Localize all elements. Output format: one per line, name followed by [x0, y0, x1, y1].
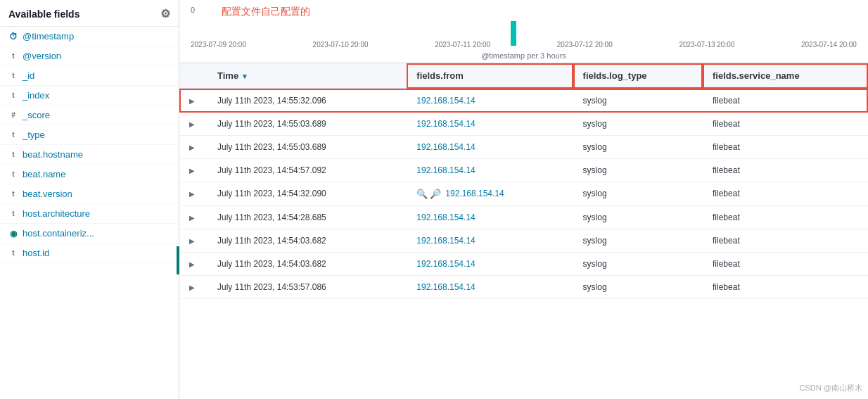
sidebar-field-item[interactable]: t_type: [0, 125, 179, 145]
field-name-label: @timestamp: [23, 31, 74, 42]
time-cell: July 11th 2023, 14:54:32.090: [208, 182, 407, 206]
field-name-label: _type: [23, 129, 45, 140]
chart-sub-label: @timestamp per 3 hours: [179, 51, 868, 60]
annotation-text: 配置文件自己配置的: [222, 6, 310, 18]
sidebar: Available fields ⚙ ⏱@timestampt@versiont…: [0, 0, 179, 399]
table-column-header-time[interactable]: Time▼: [208, 63, 407, 89]
table-row: ▶July 11th 2023, 14:55:03.689192.168.154…: [179, 113, 868, 136]
table-row: ▶July 11th 2023, 14:53:57.086192.168.154…: [179, 276, 868, 299]
expand-cell: ▶: [179, 276, 208, 299]
service-name-cell: filebeat: [703, 276, 868, 299]
log-type-cell: syslog: [573, 113, 703, 136]
field-name-label: beat.hostname: [23, 149, 83, 160]
time-cell: July 11th 2023, 14:55:03.689: [208, 113, 407, 136]
field-name-label: beat.version: [23, 189, 72, 199]
field-type-badge: t: [8, 170, 18, 178]
log-type-cell: syslog: [573, 182, 703, 206]
zoom-in-icon[interactable]: 🔍: [416, 189, 428, 199]
field-type-badge: ◉: [8, 229, 18, 239]
field-type-badge: t: [8, 131, 18, 139]
time-cell: July 11th 2023, 14:54:28.685: [208, 206, 407, 229]
from-cell: 192.168.154.14: [407, 229, 573, 253]
from-cell: 192.168.154.14: [407, 253, 573, 276]
table-header: Time▼fields.fromfields.log_typefields.se…: [179, 63, 868, 89]
chart-area: 0 配置文件自己配置的 2023-07-09 20:002023-07-10 2…: [179, 0, 868, 63]
service-name-cell: filebeat: [703, 136, 868, 159]
expand-button[interactable]: ▶: [189, 167, 195, 175]
sidebar-title: Available fields: [8, 8, 79, 20]
sidebar-field-item[interactable]: #_score: [0, 106, 179, 125]
from-cell: 192.168.154.14: [407, 89, 573, 113]
from-cell: 192.168.154.14: [407, 113, 573, 136]
chart-timestamp-label: 2023-07-14 20:00: [801, 41, 857, 49]
field-name-label: _id: [23, 70, 34, 81]
table-row: ▶July 11th 2023, 14:55:03.689192.168.154…: [179, 136, 868, 159]
expand-button[interactable]: ▶: [189, 214, 195, 222]
chart-timestamp-label: 2023-07-12 20:00: [557, 41, 613, 49]
from-cell: 192.168.154.14: [407, 159, 573, 182]
time-cell: July 11th 2023, 14:54:03.682: [208, 229, 407, 253]
sidebar-field-item[interactable]: ⏱@timestamp: [0, 27, 179, 46]
sort-icon: ▼: [241, 72, 248, 80]
field-type-badge: t: [8, 91, 18, 99]
expand-button[interactable]: ▶: [189, 97, 195, 105]
expand-button[interactable]: ▶: [189, 260, 195, 268]
zoom-icons: 🔍🔎: [416, 189, 441, 199]
sidebar-field-item[interactable]: t_index: [0, 86, 179, 106]
gear-icon[interactable]: ⚙: [160, 7, 170, 20]
expand-cell: ▶: [179, 159, 208, 182]
expand-button[interactable]: ▶: [189, 190, 195, 198]
sidebar-field-item[interactable]: thost.id: [0, 243, 179, 263]
field-name-label: host.id: [23, 248, 49, 258]
zoom-out-icon[interactable]: 🔎: [430, 189, 441, 199]
sidebar-field-item[interactable]: thost.architecture: [0, 204, 179, 224]
field-name-label: _index: [23, 90, 49, 101]
log-type-cell: syslog: [573, 276, 703, 299]
expand-button[interactable]: ▶: [189, 144, 195, 151]
log-type-cell: syslog: [573, 206, 703, 229]
watermark: CSDN @南山桥木: [800, 383, 862, 393]
field-name-label: @version: [23, 51, 61, 61]
service-name-cell: filebeat: [703, 159, 868, 182]
expand-button[interactable]: ▶: [189, 237, 195, 245]
sidebar-field-item[interactable]: t_id: [0, 66, 179, 86]
from-cell: 192.168.154.14: [407, 206, 573, 229]
expand-cell: ▶: [179, 253, 208, 276]
log-type-cell: syslog: [573, 159, 703, 182]
log-type-cell: syslog: [573, 229, 703, 253]
chart-timestamp-label: 2023-07-10 20:00: [313, 41, 369, 49]
sidebar-field-item[interactable]: tbeat.version: [0, 184, 179, 204]
sidebar-field-item[interactable]: tbeat.hostname: [0, 145, 179, 165]
expand-button[interactable]: ▶: [189, 120, 195, 128]
expand-button[interactable]: ▶: [189, 284, 195, 291]
chart-timeline: 2023-07-09 20:002023-07-10 20:002023-07-…: [191, 41, 857, 49]
sidebar-fields-list: ⏱@timestampt@versiont_idt_index#_scoret_…: [0, 27, 179, 399]
sidebar-header: Available fields ⚙: [0, 0, 179, 27]
from-cell: 192.168.154.14: [407, 136, 573, 159]
service-name-cell: filebeat: [703, 89, 868, 113]
data-table: Time▼fields.fromfields.log_typefields.se…: [179, 63, 868, 299]
time-cell: July 11th 2023, 14:55:32.096: [208, 89, 407, 113]
table-column-header-fields_log_type[interactable]: fields.log_type: [573, 63, 703, 89]
service-name-cell: filebeat: [703, 253, 868, 276]
time-cell: July 11th 2023, 14:53:57.086: [208, 276, 407, 299]
table-row: ▶July 11th 2023, 14:54:03.682192.168.154…: [179, 253, 868, 276]
table-column-header-fields_from[interactable]: fields.from: [407, 63, 573, 89]
table-column-header-fields_service_name[interactable]: fields.service_name: [703, 63, 868, 89]
field-type-badge: t: [8, 249, 18, 257]
expand-cell: ▶: [179, 182, 208, 206]
sidebar-field-item[interactable]: ◉host.containeriz...: [0, 224, 179, 243]
log-type-cell: syslog: [573, 136, 703, 159]
table-body: ▶July 11th 2023, 14:55:32.096192.168.154…: [179, 89, 868, 299]
field-type-badge: t: [8, 72, 18, 80]
service-name-cell: filebeat: [703, 206, 868, 229]
sidebar-field-item[interactable]: t@version: [0, 46, 179, 66]
sidebar-field-item[interactable]: tbeat.name: [0, 165, 179, 184]
field-type-badge: t: [8, 151, 18, 158]
service-name-cell: filebeat: [703, 113, 868, 136]
field-type-badge: ⏱: [8, 32, 18, 42]
field-name-label: _score: [23, 110, 50, 120]
service-name-cell: filebeat: [703, 182, 868, 206]
from-cell: 🔍🔎192.168.154.14: [407, 182, 573, 206]
chart-zero-label: 0: [191, 6, 195, 14]
